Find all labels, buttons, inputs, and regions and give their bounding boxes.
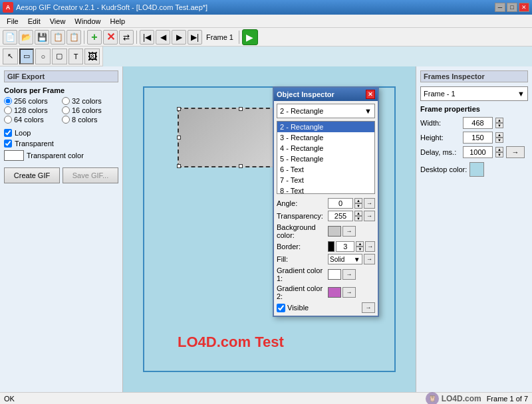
fill-nav-button[interactable]: → <box>364 254 375 264</box>
minimize-button[interactable]: ─ <box>495 3 505 12</box>
add-frame-button[interactable]: + <box>87 30 102 45</box>
color-64-label: 64 colors <box>14 116 44 124</box>
gradient2-nav-button[interactable]: → <box>342 287 356 298</box>
gradient1-swatch[interactable] <box>328 269 341 280</box>
color-16-radio[interactable] <box>62 106 70 114</box>
menu-view[interactable]: View <box>46 16 70 27</box>
watermark: 🦉 LO4D.com <box>426 392 481 405</box>
last-frame-button[interactable]: ▶| <box>188 30 202 45</box>
color-64-radio[interactable] <box>4 116 12 124</box>
status-frame-count: Frame 1 of 7 <box>487 395 528 403</box>
width-spinner: ▲ ▼ <box>495 118 503 128</box>
ellipse-tool[interactable]: ○ <box>35 49 51 64</box>
bg-color-label: Background color: <box>277 223 327 239</box>
frames-inspector-title: Frames Inspector <box>420 70 528 82</box>
gradient1-nav-button[interactable]: → <box>342 269 356 280</box>
delete-frame-button[interactable]: ✕ <box>103 30 118 45</box>
toolbar-btn4[interactable]: 📋 <box>51 30 65 45</box>
color-32-radio[interactable] <box>62 97 70 105</box>
object-list[interactable]: 2 - Rectangle 3 - Rectangle 4 - Rectangl… <box>277 121 375 194</box>
menu-bar: File Edit View Window Help <box>0 15 532 28</box>
width-down-button[interactable]: ▼ <box>495 123 503 128</box>
rounded-rect-tool[interactable]: ▢ <box>52 49 67 64</box>
menu-window[interactable]: Window <box>70 16 104 27</box>
new-button[interactable]: 📄 <box>3 30 17 45</box>
create-gif-button[interactable]: Create GIF <box>4 167 60 183</box>
prev-frame-button[interactable]: ◀ <box>156 30 170 45</box>
visible-nav-button[interactable]: → <box>362 302 375 313</box>
obj-item-3[interactable]: 5 - Rectangle <box>277 153 374 164</box>
dialog-close-button[interactable]: ✕ <box>366 90 375 99</box>
first-frame-button[interactable]: |◀ <box>140 30 154 45</box>
width-input[interactable] <box>463 117 493 129</box>
border-input[interactable] <box>336 241 354 252</box>
obj-item-6[interactable]: 8 - Text <box>277 185 374 194</box>
angle-nav-button[interactable]: → <box>364 198 375 209</box>
maximize-button[interactable]: □ <box>507 3 517 12</box>
height-up-button[interactable]: ▲ <box>495 132 503 138</box>
transparency-nav-button[interactable]: → <box>364 211 375 221</box>
color-8-radio[interactable] <box>62 116 70 124</box>
delay-down-button[interactable]: ▼ <box>495 152 503 157</box>
toolbar-separator <box>84 31 84 44</box>
duplicate-frame-button[interactable]: ⇄ <box>119 30 134 45</box>
color-8: 8 colors <box>62 116 118 124</box>
select-tool[interactable]: ↖ <box>3 49 18 64</box>
dropdown-arrow-icon: ▼ <box>517 90 525 98</box>
loop-checkbox[interactable] <box>4 129 12 137</box>
height-down-button[interactable]: ▼ <box>495 138 503 143</box>
width-row: Width: ▲ ▼ <box>420 117 528 129</box>
border-color-swatch[interactable] <box>328 241 334 252</box>
delay-up-button[interactable]: ▲ <box>495 147 503 152</box>
angle-up-button[interactable]: ▲ <box>354 198 362 203</box>
visible-row: Visible → <box>277 302 375 313</box>
rect-tool[interactable]: ▭ <box>19 49 35 64</box>
width-up-button[interactable]: ▲ <box>495 118 503 123</box>
border-down-button[interactable]: ▼ <box>356 247 364 252</box>
height-input[interactable] <box>463 132 493 144</box>
loop-label: Loop <box>15 129 31 137</box>
gradient2-swatch[interactable] <box>328 287 341 298</box>
delay-spinner: ▲ ▼ <box>495 147 503 157</box>
transparent-color-label: Transparent color <box>27 152 84 159</box>
menu-help[interactable]: Help <box>106 16 129 27</box>
next-frame-button[interactable]: ▶ <box>172 30 186 45</box>
delay-row: Delay, ms.: ▲ ▼ → <box>420 146 528 158</box>
text-tool[interactable]: T <box>68 49 84 64</box>
save-button[interactable]: 💾 <box>35 30 49 45</box>
transparent-color-box[interactable] <box>4 150 24 161</box>
object-selector[interactable]: 2 - Rectangle ▼ <box>277 104 375 118</box>
bg-color-swatch[interactable] <box>328 226 341 237</box>
frame-selector[interactable]: Frame - 1 ▼ <box>420 86 528 101</box>
angle-down-button[interactable]: ▼ <box>354 203 362 209</box>
color-256-radio[interactable] <box>4 97 12 105</box>
save-gif-button[interactable]: Save GIF... <box>63 167 118 183</box>
color-256: 256 colors <box>4 97 61 105</box>
play-button[interactable]: ▶ <box>242 29 258 45</box>
obj-item-1[interactable]: 3 - Rectangle <box>277 132 374 143</box>
image-tool[interactable]: 🖼 <box>84 49 100 64</box>
transparency-input[interactable] <box>328 211 353 221</box>
border-up-button[interactable]: ▲ <box>356 241 364 247</box>
menu-file[interactable]: File <box>3 16 23 27</box>
transparent-checkbox[interactable] <box>4 140 12 148</box>
open-button[interactable]: 📂 <box>19 30 33 45</box>
obj-item-2[interactable]: 4 - Rectangle <box>277 143 374 153</box>
visible-checkbox[interactable] <box>277 304 285 312</box>
border-nav-button[interactable]: → <box>365 241 375 252</box>
obj-item-0[interactable]: 2 - Rectangle <box>277 122 374 132</box>
toolbar-btn5[interactable]: 📋 <box>66 30 81 45</box>
obj-item-4[interactable]: 6 - Text <box>277 164 374 175</box>
transparency-down-button[interactable]: ▼ <box>354 216 362 221</box>
transparency-up-button[interactable]: ▲ <box>354 211 362 216</box>
delay-nav-button[interactable]: → <box>506 146 525 158</box>
desktop-color-box[interactable] <box>469 162 484 177</box>
delay-input[interactable] <box>463 146 493 158</box>
fill-dropdown[interactable]: Solid ▼ <box>328 254 362 264</box>
menu-edit[interactable]: Edit <box>24 16 45 27</box>
color-128-radio[interactable] <box>4 106 12 114</box>
bg-color-nav-button[interactable]: → <box>342 226 356 237</box>
close-button[interactable]: ✕ <box>519 3 529 12</box>
obj-item-5[interactable]: 7 - Text <box>277 175 374 185</box>
angle-input[interactable] <box>328 198 353 209</box>
